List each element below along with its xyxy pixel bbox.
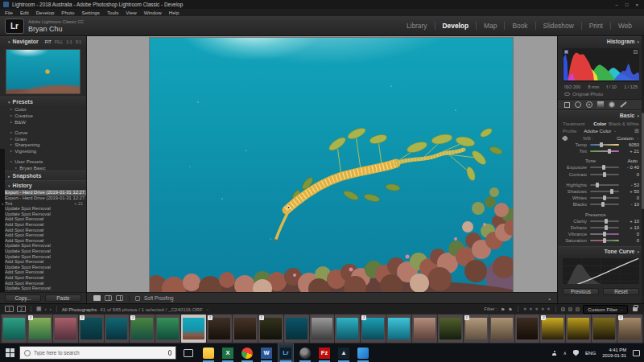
filmstrip-thumbnail[interactable] (105, 315, 130, 343)
filmstrip-thumbnail[interactable] (515, 315, 540, 343)
preset-group[interactable]: ▸ Grain (0, 135, 86, 142)
thumbnail-image[interactable] (55, 318, 76, 339)
filmstrip-thumbnail[interactable] (2, 315, 27, 343)
adjustment-brush-tool-icon[interactable] (620, 101, 626, 107)
slider-thumb[interactable] (596, 183, 599, 187)
minimize-button[interactable]: – (616, 2, 618, 7)
module-tab[interactable]: Print (582, 22, 611, 30)
thumbnail-image[interactable] (619, 318, 641, 339)
profile-browser-icon[interactable]: ⊞ (634, 128, 639, 134)
module-tab[interactable]: Slideshow (536, 22, 582, 30)
filmstrip-thumbnail[interactable]: 2 (361, 315, 386, 343)
history-step[interactable]: Update Spot Removal (0, 243, 86, 249)
filter-lock-icon[interactable] (633, 307, 638, 311)
task-view-button[interactable] (184, 349, 193, 357)
defender-shield-icon[interactable] (573, 350, 579, 356)
filmstrip-thumbnail[interactable]: 2 (79, 315, 104, 343)
slider-thumb[interactable] (600, 142, 603, 147)
excel-button[interactable]: X (220, 343, 236, 362)
previous-button[interactable]: Previous (563, 288, 599, 295)
menu-item[interactable]: Photo (61, 10, 74, 15)
zoom-option[interactable]: FILL (55, 39, 64, 44)
action-center-icon[interactable] (633, 350, 640, 356)
filmstrip-thumbnail[interactable] (233, 315, 258, 343)
shadow-clipping-indicator[interactable] (564, 50, 568, 54)
thumbnail-image[interactable] (183, 318, 204, 339)
history-step[interactable]: Export - Hard Drive (2019-01-31 12:27… (0, 190, 86, 195)
module-tab[interactable]: Develop (436, 22, 477, 30)
slider-track[interactable] (590, 167, 619, 168)
slider-thumb[interactable] (603, 195, 606, 200)
wb-value[interactable]: Custom (617, 135, 634, 141)
copy-button[interactable]: Copy... (5, 294, 41, 302)
slider-track[interactable] (590, 174, 619, 175)
graduated-filter-tool-icon[interactable] (597, 101, 604, 108)
history-step[interactable]: Add Spot Removal (0, 269, 86, 275)
radial-filter-tool-icon[interactable] (609, 101, 615, 108)
module-tab[interactable]: Map (477, 22, 505, 30)
paste-button[interactable]: Paste (45, 294, 81, 302)
thumbnail-image[interactable] (234, 318, 256, 339)
history-step[interactable]: Export - Hard Drive (2019-01-31 12:27… (0, 195, 86, 201)
highlight-clipping-indicator[interactable] (634, 50, 638, 54)
slider-track[interactable] (590, 197, 619, 199)
history-step[interactable]: Update Spot Removal (0, 253, 86, 259)
preset-group[interactable]: ▸ Creative (0, 113, 86, 119)
flag-reject-icon[interactable]: ⚑ (508, 306, 512, 312)
preset-group[interactable]: ▸ Bryan Basic (0, 164, 86, 171)
histogram-panel[interactable] (563, 48, 639, 82)
history-step[interactable]: Add Spot Removal (0, 222, 86, 228)
thumbnail-image[interactable] (106, 318, 128, 339)
toolbar-options-triangle-icon[interactable]: ▴ (548, 296, 551, 301)
chevron-down-icon[interactable]: ⌄ (636, 136, 639, 140)
close-button[interactable]: × (635, 2, 638, 7)
history-step[interactable]: Update Spot Removal (0, 249, 86, 254)
filmstrip-thumbnail[interactable] (438, 315, 463, 343)
word-button[interactable]: W (258, 343, 275, 362)
presets-header[interactable]: ▾ Presets (0, 97, 86, 106)
slider-track[interactable] (590, 191, 619, 192)
taskbar-search[interactable] (19, 346, 176, 360)
paint3d-button[interactable] (355, 343, 371, 362)
history-step[interactable]: Add Spot Removal (0, 238, 86, 244)
microphone-icon[interactable] (168, 350, 171, 356)
color-label-filter-icon[interactable] (561, 307, 565, 311)
slider-thumb[interactable] (603, 172, 606, 177)
slider-thumb[interactable] (610, 189, 613, 194)
module-tab[interactable]: Library (399, 22, 436, 30)
thumbnail-image[interactable] (362, 318, 384, 339)
tone-curve-header[interactable]: Tone Curve ▾ (558, 246, 644, 256)
filmstrip-thumbnail[interactable] (489, 315, 514, 343)
thumbnail-image[interactable] (568, 318, 589, 339)
history-step[interactable]: Add Spot Removal (0, 232, 86, 238)
soft-proofing-checkbox[interactable] (135, 296, 140, 301)
before-after-view-icon[interactable] (105, 295, 112, 301)
preset-group[interactable]: ▸ Vignetting (0, 148, 86, 154)
history-step[interactable]: Add Spot Removal (0, 280, 86, 286)
menu-item[interactable]: Tools (107, 10, 118, 15)
filmstrip-thumbnail[interactable] (412, 315, 437, 343)
thumbnail-image[interactable] (3, 318, 25, 339)
split-view-icon[interactable] (116, 295, 123, 301)
spot-removal-tool-icon[interactable] (575, 101, 581, 108)
taskbar-search-input[interactable] (34, 350, 165, 356)
zoom-option[interactable]: 1:1 (66, 39, 72, 44)
slider-thumb[interactable] (608, 149, 611, 154)
auto-button[interactable]: Auto (627, 158, 638, 163)
thumbnail-image[interactable] (208, 318, 230, 339)
people-icon[interactable] (552, 351, 557, 356)
start-button[interactable] (0, 343, 19, 362)
filmstrip-thumbnail[interactable] (592, 315, 617, 343)
color-label-filter-icon[interactable] (568, 307, 572, 311)
chevron-down-icon[interactable]: ⌄ (613, 129, 617, 133)
selection-status[interactable]: 41 of 585 photos / 1 selected / _C240116… (100, 306, 203, 312)
history-header[interactable]: ▾ History (0, 180, 86, 190)
filmstrip-thumbnail[interactable]: 2 (258, 315, 283, 343)
zoom-option[interactable]: 3:1 (76, 39, 81, 44)
history-step[interactable]: Tint + 21 (0, 200, 86, 206)
red-eye-tool-icon[interactable] (586, 101, 592, 108)
loupe-view-icon[interactable] (93, 295, 101, 301)
maximize-button[interactable]: □ (625, 2, 629, 7)
preset-group[interactable]: ▸ User Presets (0, 158, 86, 165)
thumbnail-image[interactable] (336, 318, 358, 339)
